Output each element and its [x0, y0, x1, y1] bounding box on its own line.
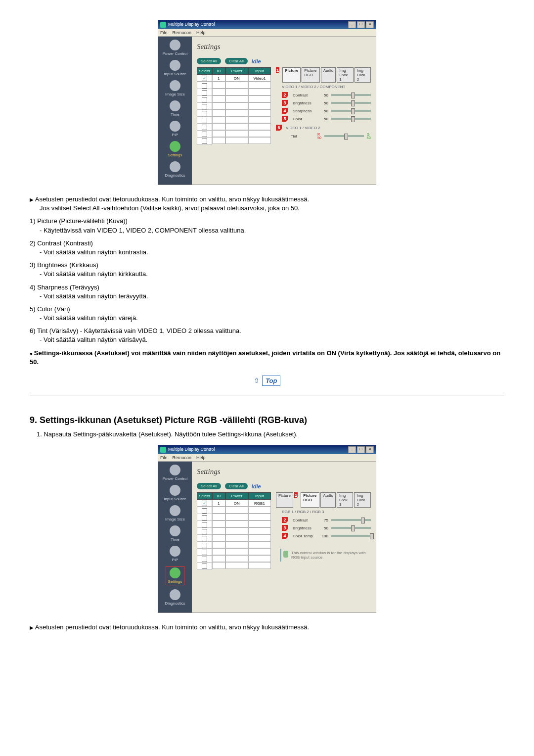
row-checkbox[interactable] — [202, 132, 207, 137]
color-slider[interactable] — [331, 118, 371, 120]
sidebar-time[interactable]: Time — [170, 100, 180, 117]
row-checkbox[interactable] — [202, 76, 207, 81]
row-checkbox[interactable] — [202, 529, 207, 534]
menu-file[interactable]: File — [160, 30, 168, 35]
image-size-icon — [170, 505, 180, 516]
row-checkbox[interactable] — [202, 543, 207, 548]
row-checkbox[interactable] — [202, 104, 207, 109]
select-all-button[interactable]: Select All — [197, 483, 221, 489]
tab-imglock2[interactable]: Img Lock 2 — [355, 67, 371, 83]
power-icon — [170, 40, 180, 50]
row-checkbox[interactable] — [202, 564, 207, 569]
menu-remocon[interactable]: Remocon — [173, 455, 192, 460]
contrast-slider[interactable] — [331, 94, 371, 96]
row-checkbox[interactable] — [202, 118, 207, 123]
row-checkbox[interactable] — [202, 83, 207, 89]
sidebar-diagnostics[interactable]: Diagnostics — [165, 589, 185, 606]
sidebar-image-size[interactable]: Image Size — [165, 505, 185, 521]
row-checkbox[interactable] — [202, 90, 207, 95]
col-input[interactable]: Input — [248, 492, 271, 500]
sharpness-slider[interactable] — [331, 110, 371, 112]
menu-help[interactable]: Help — [196, 455, 206, 460]
col-power[interactable]: Power — [225, 492, 248, 500]
time-icon — [170, 525, 180, 536]
tab-audio[interactable]: Audio — [320, 492, 335, 508]
minimize-button[interactable]: _ — [348, 446, 356, 453]
row-checkbox[interactable] — [202, 501, 207, 506]
tab-imglock2[interactable]: Img Lock 2 — [354, 492, 371, 508]
row-checkbox[interactable] — [202, 515, 207, 520]
col-input[interactable]: Input — [248, 67, 271, 75]
note-1-sub: - Käytettävissä vain VIDEO 1, VIDEO 2, C… — [40, 227, 246, 234]
row-checkbox[interactable] — [202, 508, 207, 514]
contrast-slider[interactable] — [331, 519, 371, 521]
title-bar: Multiple Display Control _ □ × — [158, 445, 376, 454]
tab-picture-rgb[interactable]: Picture RGB — [301, 492, 319, 508]
maximize-button[interactable]: □ — [357, 446, 365, 453]
sharpness-value: 50 — [319, 109, 328, 113]
row-checkbox[interactable] — [202, 557, 207, 562]
row-checkbox[interactable] — [202, 97, 207, 102]
menu-help[interactable]: Help — [196, 30, 206, 35]
row-checkbox[interactable] — [202, 111, 207, 116]
sidebar-time[interactable]: Time — [170, 525, 180, 542]
sidebar: Power Control Input Source Image Size Ti… — [158, 37, 192, 185]
tab-imglock1[interactable]: Img Lock 1 — [337, 492, 354, 508]
tab-picture[interactable]: Picture — [276, 492, 293, 508]
note-5: 5) Color (Väri) — [30, 305, 70, 313]
sidebar-pip[interactable]: PIP — [170, 121, 180, 137]
back-to-top[interactable]: ⇧ Top — [30, 376, 504, 386]
pip-icon — [170, 546, 180, 557]
row-checkbox[interactable] — [202, 522, 207, 527]
contrast-value: 50 — [319, 93, 328, 97]
app-icon — [160, 22, 166, 28]
notes-block-1: Asetusten perustiedot ovat tietoruudukos… — [30, 195, 504, 367]
note-2: 2) Contrast (Kontrasti) — [30, 239, 93, 247]
col-select[interactable]: Select — [197, 492, 212, 500]
row-checkbox[interactable] — [202, 536, 207, 541]
col-id[interactable]: ID — [212, 67, 225, 75]
sidebar-settings-highlighted[interactable]: Settings — [166, 566, 185, 585]
sidebar-pip[interactable]: PIP — [170, 546, 180, 562]
clear-all-button[interactable]: Clear All — [225, 58, 248, 64]
tab-picture[interactable]: Picture — [282, 67, 301, 83]
colortemp-value: 100 — [319, 534, 328, 538]
close-button[interactable]: × — [366, 21, 374, 28]
contrast-value: 75 — [319, 518, 328, 522]
close-button[interactable]: × — [366, 446, 374, 453]
row-checkbox[interactable] — [202, 139, 207, 144]
app-window-picture: Multiple Display Control _ □ × File Remo… — [158, 20, 376, 185]
contrast-label: Contrast — [293, 93, 316, 97]
row-checkbox[interactable] — [202, 125, 207, 130]
minimize-button[interactable]: _ — [348, 21, 356, 28]
row-checkbox[interactable] — [202, 550, 207, 555]
note-1: 1) Picture (Picture-välilehti (Kuva)) — [30, 217, 128, 225]
brightness-slider[interactable] — [331, 527, 371, 529]
content-title: Settings — [197, 43, 371, 51]
select-all-button[interactable]: Select All — [197, 58, 221, 64]
sidebar-image-size[interactable]: Image Size — [165, 80, 185, 96]
tab-audio[interactable]: Audio — [321, 67, 336, 83]
table-row[interactable]: 1 ON RGB1 — [197, 500, 271, 507]
maximize-button[interactable]: □ — [357, 21, 365, 28]
tint-slider[interactable] — [324, 135, 364, 137]
col-power[interactable]: Power — [225, 67, 248, 75]
menu-file[interactable]: File — [160, 455, 168, 460]
tab-picture-rgb[interactable]: Picture RGB — [302, 67, 320, 83]
clear-all-button[interactable]: Clear All — [225, 483, 248, 489]
menu-remocon[interactable]: Remocon — [173, 30, 192, 35]
brightness-slider[interactable] — [331, 102, 371, 104]
sidebar-input-source[interactable]: Input Source — [164, 485, 186, 501]
col-id[interactable]: ID — [212, 492, 225, 500]
sidebar-power-control[interactable]: Power Control — [163, 40, 188, 56]
tab-imglock1[interactable]: Img Lock 1 — [337, 67, 353, 83]
info-box: This control window is for the displays … — [280, 549, 371, 562]
sidebar-input-source[interactable]: Input Source — [164, 60, 186, 76]
table-row[interactable]: 1 ON Video1 — [197, 75, 271, 82]
sidebar-diagnostics[interactable]: Diagnostics — [165, 161, 185, 178]
input-icon — [170, 60, 180, 71]
sidebar-settings[interactable]: Settings — [168, 141, 182, 157]
sidebar-power-control[interactable]: Power Control — [163, 465, 188, 481]
colortemp-slider[interactable] — [331, 535, 371, 537]
col-select[interactable]: Select — [197, 67, 212, 75]
